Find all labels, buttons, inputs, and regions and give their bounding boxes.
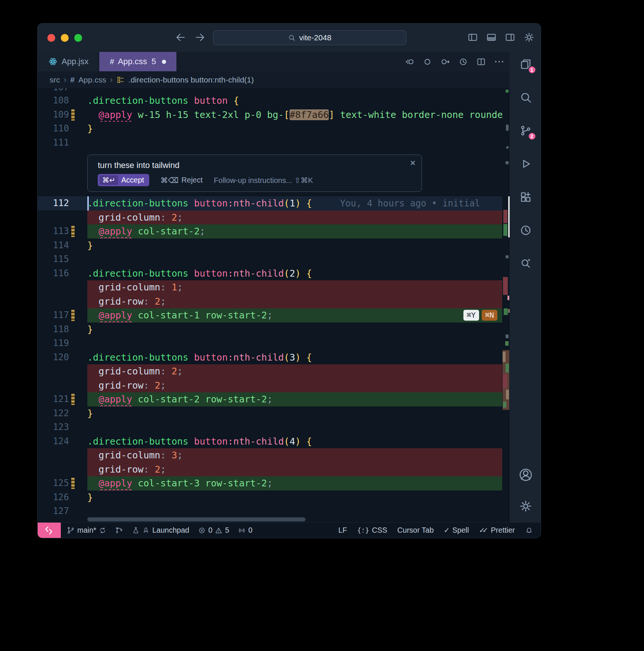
followup-instructions-button[interactable]: Follow-up instructions... ⇧⌘K: [214, 176, 313, 185]
record-circle-icon[interactable]: [422, 57, 432, 67]
code-editor[interactable]: 107108.direction-buttons button {109 @ap…: [38, 88, 510, 522]
deleted-code-line[interactable]: grid-column: 2;: [38, 364, 502, 379]
split-editor-icon[interactable]: [476, 57, 486, 67]
gutter[interactable]: 120: [38, 351, 87, 365]
gutter[interactable]: 125: [38, 476, 87, 490]
code-line[interactable]: 107: [38, 88, 502, 94]
notifications-bell-icon[interactable]: [525, 526, 533, 535]
close-icon[interactable]: ×: [410, 157, 416, 169]
gutter[interactable]: 109: [38, 108, 87, 122]
problems-status[interactable]: 0 5: [198, 526, 229, 535]
added-code-line[interactable]: 125 @apply col-start-3 row-start-2;: [38, 476, 502, 490]
search-editor-icon[interactable]: [519, 256, 533, 271]
gutter[interactable]: 123: [38, 420, 87, 434]
gutter[interactable]: 113: [38, 224, 87, 239]
code-line[interactable]: 120.direction-buttons button:nth-child(3…: [38, 351, 502, 365]
gutter[interactable]: 111: [38, 136, 87, 150]
open-changes-icon[interactable]: [404, 57, 415, 67]
deleted-code-line[interactable]: grid-row: 2;: [38, 462, 502, 477]
spell-checker-status[interactable]: ✓ Spell: [444, 526, 469, 535]
code-line[interactable]: 119: [38, 336, 502, 351]
eol-indicator[interactable]: LF: [338, 526, 347, 535]
launchpad-button[interactable]: Launchpad: [132, 526, 189, 535]
toggle-secondary-sidebar-icon[interactable]: [505, 32, 515, 43]
close-window-button[interactable]: [47, 34, 55, 42]
run-and-debug-icon[interactable]: [519, 157, 533, 171]
gutter[interactable]: 119: [38, 336, 87, 351]
back-icon[interactable]: [175, 32, 186, 43]
code-line[interactable]: 123: [38, 420, 502, 434]
tab-app-jsx[interactable]: App.jsx: [38, 52, 99, 71]
deleted-code-line[interactable]: grid-column: 3;: [38, 448, 502, 462]
gutter[interactable]: 112: [38, 196, 87, 211]
more-actions-icon[interactable]: ⋯: [494, 58, 504, 65]
minimize-window-button[interactable]: [61, 34, 69, 42]
code-line[interactable]: 122}: [38, 407, 502, 421]
zoom-window-button[interactable]: [74, 34, 82, 42]
gutter[interactable]: 122: [38, 407, 87, 421]
settings-gear-icon[interactable]: [523, 32, 535, 43]
gutter[interactable]: 121: [38, 392, 87, 407]
gutter[interactable]: [38, 462, 87, 477]
gutter[interactable]: [38, 448, 87, 462]
ports-status[interactable]: 0: [238, 526, 252, 535]
open-preview-icon[interactable]: [440, 57, 450, 67]
code-line[interactable]: 109 @apply w-15 h-15 text-2xl p-0 bg-[#8…: [38, 108, 502, 122]
code-line[interactable]: 127: [38, 504, 502, 518]
accept-button[interactable]: ⌘↵ Accept: [98, 174, 149, 186]
breadcrumb-file[interactable]: App.css: [78, 75, 106, 84]
breadcrumb-symbol[interactable]: .direction-buttons button:nth-child(1): [128, 75, 254, 84]
deleted-code-line[interactable]: grid-column: 1;: [38, 280, 502, 295]
git-graph-button[interactable]: [115, 526, 123, 534]
deleted-code-line[interactable]: grid-row: 2;: [38, 379, 502, 393]
timeline-run-icon[interactable]: [458, 57, 468, 67]
git-branch-status[interactable]: main*: [67, 526, 106, 535]
diff-accept-key[interactable]: ⌘Y: [463, 310, 479, 321]
code-line[interactable]: 124.direction-buttons button:nth-child(4…: [38, 434, 502, 449]
toggle-primary-sidebar-icon[interactable]: [468, 32, 478, 43]
gutter[interactable]: 117: [38, 308, 87, 323]
gutter[interactable]: 108: [38, 94, 87, 108]
gutter[interactable]: 114: [38, 239, 87, 253]
timeline-icon[interactable]: [519, 223, 533, 237]
reject-button[interactable]: ⌘⌫ Reject: [160, 176, 203, 185]
gutter[interactable]: 124: [38, 434, 87, 449]
prettier-status[interactable]: ✓✓ Prettier: [479, 526, 515, 535]
account-icon[interactable]: [519, 468, 533, 482]
code-line[interactable]: 114}: [38, 239, 502, 253]
horizontal-scrollbar[interactable]: [87, 517, 306, 521]
gutter[interactable]: [38, 280, 87, 295]
cursor-tab-indicator[interactable]: Cursor Tab: [397, 526, 434, 535]
gutter[interactable]: [38, 211, 87, 225]
code-line[interactable]: 112.direction-buttons button:nth-child(1…: [38, 196, 502, 211]
remote-indicator[interactable]: [38, 523, 61, 538]
gutter[interactable]: 110: [38, 122, 87, 136]
gutter[interactable]: 116: [38, 267, 87, 281]
deleted-code-line[interactable]: grid-column: 2;: [38, 211, 502, 225]
code-line[interactable]: 110}: [38, 122, 502, 136]
code-line[interactable]: 126}: [38, 490, 502, 505]
deleted-code-line[interactable]: grid-row: 2;: [38, 295, 502, 309]
forward-icon[interactable]: [194, 32, 206, 43]
explorer-icon[interactable]: 1: [519, 57, 533, 71]
code-line[interactable]: 111: [38, 136, 502, 150]
code-line[interactable]: 108.direction-buttons button {: [38, 94, 502, 108]
diff-reject-key[interactable]: ⌘N: [482, 310, 497, 321]
command-center-search[interactable]: vite-2048: [213, 30, 406, 45]
gutter[interactable]: 107: [38, 88, 87, 94]
settings-gear-icon[interactable]: [519, 499, 533, 513]
added-code-line[interactable]: 121 @apply col-start-2 row-start-2;: [38, 392, 502, 407]
gutter[interactable]: 118: [38, 323, 87, 337]
extensions-icon[interactable]: [519, 190, 533, 204]
gutter[interactable]: [38, 364, 87, 379]
gutter[interactable]: 115: [38, 252, 87, 267]
gutter[interactable]: 126: [38, 490, 87, 505]
gutter[interactable]: 127: [38, 504, 87, 518]
source-control-icon[interactable]: 2: [519, 124, 533, 138]
gutter[interactable]: [38, 379, 87, 393]
toggle-panel-icon[interactable]: [486, 32, 497, 43]
added-code-line[interactable]: 113 @apply col-start-2;: [38, 224, 502, 239]
code-line[interactable]: 116.direction-buttons button:nth-child(2…: [38, 267, 502, 281]
minimap[interactable]: [502, 88, 510, 522]
code-line[interactable]: 118}: [38, 323, 502, 337]
